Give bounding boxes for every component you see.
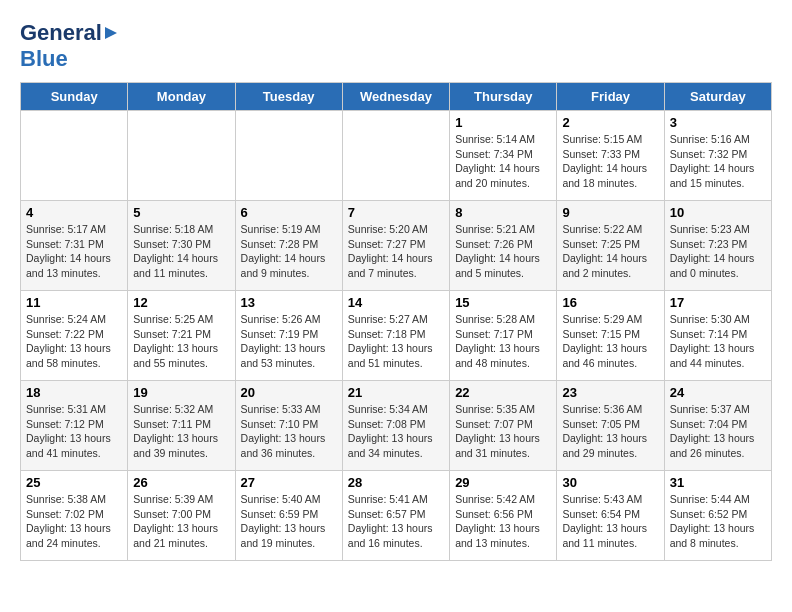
calendar-cell: 26Sunrise: 5:39 AMSunset: 7:00 PMDayligh… bbox=[128, 471, 235, 561]
day-info: Daylight: 13 hours bbox=[133, 341, 229, 356]
day-info: Daylight: 13 hours bbox=[562, 521, 658, 536]
day-info: Daylight: 13 hours bbox=[133, 431, 229, 446]
day-info: Sunrise: 5:17 AM bbox=[26, 222, 122, 237]
day-info: Sunset: 7:30 PM bbox=[133, 237, 229, 252]
calendar-cell: 3Sunrise: 5:16 AMSunset: 7:32 PMDaylight… bbox=[664, 111, 771, 201]
day-info: Sunset: 7:28 PM bbox=[241, 237, 337, 252]
calendar-week-3: 11Sunrise: 5:24 AMSunset: 7:22 PMDayligh… bbox=[21, 291, 772, 381]
day-info: Sunset: 7:10 PM bbox=[241, 417, 337, 432]
day-info: Daylight: 13 hours bbox=[26, 521, 122, 536]
day-info: Daylight: 13 hours bbox=[26, 431, 122, 446]
day-number: 8 bbox=[455, 205, 551, 220]
day-info: Sunset: 7:34 PM bbox=[455, 147, 551, 162]
day-number: 28 bbox=[348, 475, 444, 490]
header: General Blue bbox=[20, 20, 772, 72]
day-number: 11 bbox=[26, 295, 122, 310]
day-info: Daylight: 13 hours bbox=[670, 431, 766, 446]
calendar-cell: 14Sunrise: 5:27 AMSunset: 7:18 PMDayligh… bbox=[342, 291, 449, 381]
day-info: Sunset: 7:19 PM bbox=[241, 327, 337, 342]
day-info: Daylight: 14 hours bbox=[455, 161, 551, 176]
calendar-cell: 1Sunrise: 5:14 AMSunset: 7:34 PMDaylight… bbox=[450, 111, 557, 201]
day-info: Sunrise: 5:28 AM bbox=[455, 312, 551, 327]
day-header-tuesday: Tuesday bbox=[235, 83, 342, 111]
day-info: Sunrise: 5:41 AM bbox=[348, 492, 444, 507]
calendar-cell: 30Sunrise: 5:43 AMSunset: 6:54 PMDayligh… bbox=[557, 471, 664, 561]
day-header-wednesday: Wednesday bbox=[342, 83, 449, 111]
day-info: and 11 minutes. bbox=[133, 266, 229, 281]
day-info: Daylight: 13 hours bbox=[348, 521, 444, 536]
day-info: Daylight: 13 hours bbox=[455, 521, 551, 536]
calendar-cell: 23Sunrise: 5:36 AMSunset: 7:05 PMDayligh… bbox=[557, 381, 664, 471]
day-header-monday: Monday bbox=[128, 83, 235, 111]
calendar-week-5: 25Sunrise: 5:38 AMSunset: 7:02 PMDayligh… bbox=[21, 471, 772, 561]
day-info: and 7 minutes. bbox=[348, 266, 444, 281]
day-info: Sunrise: 5:30 AM bbox=[670, 312, 766, 327]
day-info: Daylight: 14 hours bbox=[241, 251, 337, 266]
day-info: Sunset: 7:31 PM bbox=[26, 237, 122, 252]
day-info: Sunset: 6:59 PM bbox=[241, 507, 337, 522]
day-info: Sunset: 7:25 PM bbox=[562, 237, 658, 252]
day-number: 14 bbox=[348, 295, 444, 310]
day-info: Daylight: 14 hours bbox=[133, 251, 229, 266]
day-info: Sunset: 7:27 PM bbox=[348, 237, 444, 252]
calendar-cell: 9Sunrise: 5:22 AMSunset: 7:25 PMDaylight… bbox=[557, 201, 664, 291]
calendar-cell: 21Sunrise: 5:34 AMSunset: 7:08 PMDayligh… bbox=[342, 381, 449, 471]
day-number: 20 bbox=[241, 385, 337, 400]
day-info: and 29 minutes. bbox=[562, 446, 658, 461]
day-info: Sunset: 6:54 PM bbox=[562, 507, 658, 522]
day-info: Daylight: 13 hours bbox=[562, 341, 658, 356]
day-info: Daylight: 14 hours bbox=[455, 251, 551, 266]
day-info: and 9 minutes. bbox=[241, 266, 337, 281]
calendar-cell: 19Sunrise: 5:32 AMSunset: 7:11 PMDayligh… bbox=[128, 381, 235, 471]
calendar-cell: 29Sunrise: 5:42 AMSunset: 6:56 PMDayligh… bbox=[450, 471, 557, 561]
day-info: Sunrise: 5:32 AM bbox=[133, 402, 229, 417]
day-info: and 58 minutes. bbox=[26, 356, 122, 371]
day-info: Sunset: 6:56 PM bbox=[455, 507, 551, 522]
calendar-cell bbox=[342, 111, 449, 201]
day-header-thursday: Thursday bbox=[450, 83, 557, 111]
day-info: Sunset: 7:04 PM bbox=[670, 417, 766, 432]
day-info: Sunset: 7:18 PM bbox=[348, 327, 444, 342]
calendar-cell bbox=[235, 111, 342, 201]
day-info: and 39 minutes. bbox=[133, 446, 229, 461]
day-info: and 20 minutes. bbox=[455, 176, 551, 191]
day-info: Sunset: 7:08 PM bbox=[348, 417, 444, 432]
day-info: Daylight: 13 hours bbox=[670, 521, 766, 536]
day-info: Sunrise: 5:24 AM bbox=[26, 312, 122, 327]
day-info: Sunset: 7:00 PM bbox=[133, 507, 229, 522]
day-info: Sunrise: 5:27 AM bbox=[348, 312, 444, 327]
day-number: 21 bbox=[348, 385, 444, 400]
calendar-cell: 7Sunrise: 5:20 AMSunset: 7:27 PMDaylight… bbox=[342, 201, 449, 291]
day-info: Sunset: 7:22 PM bbox=[26, 327, 122, 342]
day-info: Sunset: 7:17 PM bbox=[455, 327, 551, 342]
day-info: and 51 minutes. bbox=[348, 356, 444, 371]
calendar-cell: 10Sunrise: 5:23 AMSunset: 7:23 PMDayligh… bbox=[664, 201, 771, 291]
calendar-cell: 31Sunrise: 5:44 AMSunset: 6:52 PMDayligh… bbox=[664, 471, 771, 561]
day-info: Daylight: 13 hours bbox=[455, 431, 551, 446]
day-header-saturday: Saturday bbox=[664, 83, 771, 111]
day-number: 30 bbox=[562, 475, 658, 490]
day-number: 18 bbox=[26, 385, 122, 400]
day-info: Daylight: 13 hours bbox=[241, 341, 337, 356]
day-info: Sunrise: 5:35 AM bbox=[455, 402, 551, 417]
day-info: and 55 minutes. bbox=[133, 356, 229, 371]
day-info: and 53 minutes. bbox=[241, 356, 337, 371]
day-info: and 5 minutes. bbox=[455, 266, 551, 281]
day-number: 27 bbox=[241, 475, 337, 490]
day-number: 1 bbox=[455, 115, 551, 130]
day-info: Sunset: 7:23 PM bbox=[670, 237, 766, 252]
day-number: 23 bbox=[562, 385, 658, 400]
day-info: Sunrise: 5:18 AM bbox=[133, 222, 229, 237]
logo-general: General bbox=[20, 20, 102, 46]
day-info: Sunset: 7:26 PM bbox=[455, 237, 551, 252]
calendar-cell: 13Sunrise: 5:26 AMSunset: 7:19 PMDayligh… bbox=[235, 291, 342, 381]
day-info: and 21 minutes. bbox=[133, 536, 229, 551]
day-info: Sunrise: 5:16 AM bbox=[670, 132, 766, 147]
calendar-cell: 28Sunrise: 5:41 AMSunset: 6:57 PMDayligh… bbox=[342, 471, 449, 561]
day-info: Daylight: 13 hours bbox=[348, 431, 444, 446]
day-info: and 31 minutes. bbox=[455, 446, 551, 461]
calendar-cell: 20Sunrise: 5:33 AMSunset: 7:10 PMDayligh… bbox=[235, 381, 342, 471]
day-number: 7 bbox=[348, 205, 444, 220]
day-info: and 13 minutes. bbox=[26, 266, 122, 281]
day-info: Daylight: 13 hours bbox=[241, 431, 337, 446]
